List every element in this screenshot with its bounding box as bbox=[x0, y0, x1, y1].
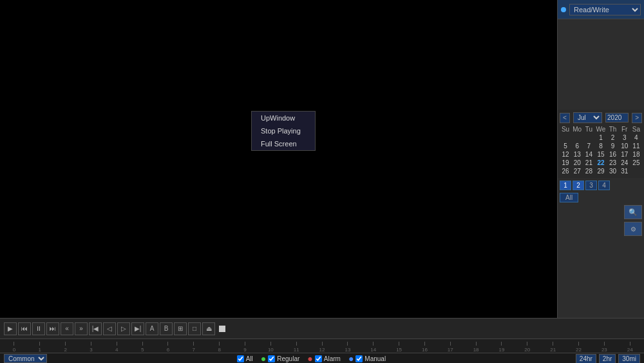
timeline-tick-7: 7 bbox=[181, 342, 207, 353]
bottom-area: ▶⏮⏸⏭«»|◀◁▷▶|AB⊞□⏏ 0123456789101112131415… bbox=[0, 318, 644, 363]
playback-snapshot-button[interactable]: □ bbox=[188, 322, 201, 335]
alarm-checkbox[interactable] bbox=[315, 355, 322, 362]
cal-day-4[interactable]: 4 bbox=[630, 133, 642, 142]
cal-day-9[interactable]: 9 bbox=[607, 142, 618, 150]
playback-go-end-button[interactable]: ▶| bbox=[131, 322, 144, 335]
time-range-btn-2hr[interactable]: 2hr bbox=[599, 354, 616, 364]
calendar-grid: SuMoTuWeThFrSa 1234567891011121314151617… bbox=[560, 125, 642, 175]
cal-header-We: We bbox=[594, 125, 607, 133]
timeline-tick-1: 1 bbox=[27, 342, 53, 353]
playback-rewind-button[interactable]: « bbox=[61, 322, 73, 335]
cal-day-empty bbox=[583, 133, 594, 142]
playback-pause-button[interactable]: ⏸ bbox=[32, 322, 45, 335]
playback-eject-button[interactable]: ⏏ bbox=[202, 322, 215, 335]
cal-day-24[interactable]: 24 bbox=[619, 159, 630, 167]
cal-day-5[interactable]: 5 bbox=[560, 142, 571, 150]
calendar-year-input[interactable] bbox=[605, 113, 629, 123]
all-channels-button[interactable]: All bbox=[560, 193, 578, 202]
cal-day-26[interactable]: 26 bbox=[560, 167, 571, 175]
timeline-tick-5: 5 bbox=[129, 342, 155, 353]
playback-controls: ▶⏮⏸⏭«»|◀◁▷▶|AB⊞□⏏ bbox=[0, 319, 644, 339]
calendar-next-button[interactable]: > bbox=[632, 113, 642, 123]
cal-day-10[interactable]: 10 bbox=[619, 142, 630, 150]
time-range-btn-24hr[interactable]: 24hr bbox=[576, 354, 596, 364]
cal-day-6[interactable]: 6 bbox=[571, 142, 583, 150]
playback-layout-button[interactable]: ⊞ bbox=[174, 322, 187, 335]
playback-fast-forward-button[interactable]: » bbox=[75, 322, 88, 335]
all-checkbox[interactable] bbox=[237, 355, 244, 362]
timeline-area[interactable]: 0123456789101112131415161718192021222324 bbox=[0, 339, 644, 353]
timeline-tick-16: 16 bbox=[412, 342, 438, 353]
cal-day-21[interactable]: 21 bbox=[583, 159, 594, 167]
video-area: UpWindowStop PlayingFull Screen bbox=[0, 0, 557, 318]
context-menu-item-stop-playing[interactable]: Stop Playing bbox=[252, 124, 315, 137]
manual-label: Manual bbox=[365, 355, 386, 362]
playback-frame-forward-button[interactable]: ▷ bbox=[117, 322, 130, 335]
playback-go-start-button[interactable]: |◀ bbox=[89, 322, 102, 335]
playback-repeat-ab-a-button[interactable]: A bbox=[146, 322, 158, 335]
calendar-month-select[interactable]: JanFebMarAprMayJunJulAugSepOctNovDec bbox=[573, 112, 602, 123]
playback-frame-back-button[interactable]: ◁ bbox=[103, 322, 116, 335]
common-select[interactable]: Common bbox=[4, 354, 47, 363]
manual-dot-icon: ● bbox=[348, 354, 354, 363]
cal-day-14[interactable]: 14 bbox=[583, 150, 594, 159]
channel-btn-3[interactable]: 3 bbox=[585, 181, 597, 190]
cal-day-30[interactable]: 30 bbox=[607, 167, 618, 175]
timeline-tick-20: 20 bbox=[515, 342, 540, 353]
cal-day-3[interactable]: 3 bbox=[619, 133, 630, 142]
cal-day-27[interactable]: 27 bbox=[571, 167, 583, 175]
cal-day-13[interactable]: 13 bbox=[571, 150, 583, 159]
cal-day-23[interactable]: 23 bbox=[607, 159, 618, 167]
time-buttons: 24hr2hr30mi bbox=[576, 354, 640, 364]
search-button[interactable]: 🔍 bbox=[624, 205, 642, 219]
timeline-tick-9: 9 bbox=[232, 342, 258, 353]
cal-day-12[interactable]: 12 bbox=[560, 150, 571, 159]
channel-btn-1[interactable]: 1 bbox=[560, 181, 571, 190]
cal-day-18[interactable]: 18 bbox=[630, 150, 642, 159]
cal-day-31[interactable]: 31 bbox=[619, 167, 630, 175]
time-range-btn-30mi[interactable]: 30mi bbox=[618, 354, 640, 364]
timeline-tick-4: 4 bbox=[104, 342, 129, 353]
regular-label: Regular bbox=[277, 355, 299, 362]
playback-next-segment-button[interactable]: ⏭ bbox=[46, 322, 59, 335]
playback-repeat-ab-b-button[interactable]: B bbox=[160, 322, 173, 335]
right-panel-empty bbox=[558, 19, 644, 110]
calendar-prev-button[interactable]: < bbox=[560, 113, 570, 123]
cal-day-2[interactable]: 2 bbox=[607, 133, 618, 142]
cal-day-empty bbox=[630, 167, 642, 175]
cal-day-19[interactable]: 19 bbox=[560, 159, 571, 167]
manual-checkbox[interactable] bbox=[355, 355, 363, 362]
channel-btn-4[interactable]: 4 bbox=[598, 181, 610, 190]
cal-day-16[interactable]: 16 bbox=[607, 150, 618, 159]
cal-day-25[interactable]: 25 bbox=[630, 159, 642, 167]
regular-dot-icon: ● bbox=[261, 354, 266, 363]
timeline-tick-24: 24 bbox=[617, 342, 643, 353]
playback-play-button[interactable]: ▶ bbox=[4, 322, 17, 335]
cal-day-22[interactable]: 22 bbox=[594, 159, 607, 167]
channel-btn-2[interactable]: 2 bbox=[573, 181, 584, 190]
timeline-ruler: 0123456789101112131415161718192021222324 bbox=[0, 339, 644, 353]
timeline-tick-19: 19 bbox=[489, 342, 515, 353]
cal-day-28[interactable]: 28 bbox=[583, 167, 594, 175]
cal-header-Sa: Sa bbox=[630, 125, 642, 133]
context-menu-item-full-screen[interactable]: Full Screen bbox=[252, 137, 315, 150]
cal-day-11[interactable]: 11 bbox=[630, 142, 642, 150]
cal-day-empty bbox=[571, 133, 583, 142]
regular-checkbox[interactable] bbox=[268, 355, 275, 362]
cal-day-8[interactable]: 8 bbox=[594, 142, 607, 150]
timeline-tick-2: 2 bbox=[53, 342, 79, 353]
cal-header-Tu: Tu bbox=[583, 125, 594, 133]
cal-day-29[interactable]: 29 bbox=[594, 167, 607, 175]
cal-day-1[interactable]: 1 bbox=[594, 133, 607, 142]
context-menu-item-upwindow[interactable]: UpWindow bbox=[252, 112, 315, 124]
filter-all: All bbox=[237, 355, 253, 362]
playback-prev-segment-button[interactable]: ⏮ bbox=[18, 322, 31, 335]
cal-day-20[interactable]: 20 bbox=[571, 159, 583, 167]
timeline-tick-22: 22 bbox=[566, 342, 592, 353]
timeline-tick-0: 0 bbox=[1, 342, 27, 353]
settings-button[interactable]: ⚙ bbox=[624, 222, 642, 236]
cal-day-17[interactable]: 17 bbox=[619, 150, 630, 159]
read-write-select[interactable]: Read/Write bbox=[569, 4, 641, 15]
cal-day-7[interactable]: 7 bbox=[583, 142, 594, 150]
cal-day-15[interactable]: 15 bbox=[594, 150, 607, 159]
